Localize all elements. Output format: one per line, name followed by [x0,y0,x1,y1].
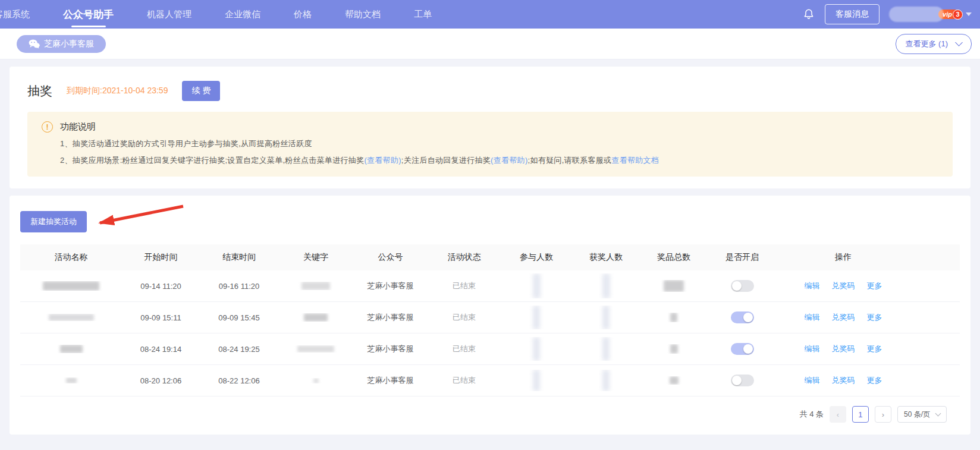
keyword-redacted [297,345,334,353]
toggle-knob [732,281,742,291]
page-title: 抽奖 [27,83,52,99]
current-page-button[interactable]: 1 [852,406,869,423]
activity-table: 活动名称 开始时间 结束时间 关键字 公众号 活动状态 参与人数 获奖人数 奖品… [20,244,960,396]
account-pill-label: 芝麻小事客服 [44,39,94,49]
account-toolbar: 芝麻小事客服 查看更多 (1) [0,29,980,59]
wechat-icon [29,39,40,49]
account-cell: 芝麻小事客服 [353,344,428,354]
start-time-cell: 09-09 15:11 [122,313,200,322]
notice-line-2-text: ;关注后自动回复进行抽奖 [401,156,491,165]
redeem-code-link[interactable]: 兑奖码 [832,375,855,386]
enable-toggle[interactable] [731,311,754,323]
column-header: 公众号 [353,252,428,263]
edit-link[interactable]: 编辑 [805,375,820,386]
column-header: 关键字 [278,252,353,263]
end-time-cell: 09-16 11:20 [200,282,278,291]
start-time-cell: 09-14 11:20 [122,282,200,291]
prize-total-redacted [670,376,679,385]
next-page-button[interactable]: › [875,406,891,423]
help-link-2[interactable]: (查看帮助) [491,156,527,165]
column-header: 活动状态 [428,252,501,263]
new-lottery-activity-button[interactable]: 新建抽奖活动 [20,211,87,232]
activity-name-redacted [43,281,99,291]
account-cell: 芝麻小事客服 [353,375,428,386]
service-message-button[interactable]: 客服消息 [825,4,880,24]
select-caret-icon [935,411,941,417]
chevron-down-icon [955,39,963,46]
keyword-redacted [301,282,330,290]
table-row: 09-09 15:11 09-09 15:45 芝麻小事客服 已结束 编辑 兑奖… [20,302,960,333]
feature-notice-box: ! 功能说明 1、抽奖活动通过奖励的方式引导用户主动参与抽奖,从而提高粉丝活跃度… [27,112,953,177]
column-header: 获奖人数 [572,252,640,263]
column-header: 操作 [777,252,910,263]
winners-redacted [602,337,610,361]
redeem-code-link[interactable]: 兑奖码 [832,312,855,323]
user-menu-caret-icon[interactable] [966,12,972,16]
enable-toggle[interactable] [731,343,754,355]
table-row: 08-20 12:06 08-22 12:06 芝麻小事客服 已结束 编辑 兑奖… [20,365,960,396]
activity-table-card: 新建抽奖活动 活动名称 开始时间 结束时间 关键字 公众号 活动状态 参与人数 … [10,196,970,435]
notice-line-2-text: 2、抽奖应用场景:粉丝通过回复关键字进行抽奖;设置自定义菜单,粉丝点击菜单进行抽… [60,156,364,165]
redeem-code-link[interactable]: 兑奖码 [832,344,855,354]
nav-item-service-system[interactable]: 客服系统 [0,1,30,28]
activity-name-redacted [60,345,83,353]
enable-toggle[interactable] [731,280,754,292]
keyword-redacted [304,313,328,322]
more-link[interactable]: 更多 [867,375,882,386]
toggle-knob [743,344,753,354]
page-size-label: 50 条/页 [904,410,930,420]
nav-item-official-account-assistant[interactable]: 公众号助手 [63,0,114,29]
title-row: 抽奖 到期时间:2021-10-04 23:59 续 费 [27,81,953,101]
user-area[interactable]: vip 3 [889,7,972,22]
nav-item-wecom[interactable]: 企业微信 [225,1,260,28]
participants-redacted [533,337,540,361]
account-cell: 芝麻小事客服 [353,281,428,291]
nav-item-help-docs[interactable]: 帮助文档 [345,1,381,28]
status-cell: 已结束 [428,312,501,323]
nav-item-work-order[interactable]: 工单 [414,1,432,28]
status-cell: 已结束 [428,344,501,354]
info-icon: ! [42,121,53,133]
page-size-select[interactable]: 50 条/页 [897,406,947,423]
column-header: 结束时间 [200,252,278,263]
activity-name-redacted [49,314,94,321]
column-header: 参与人数 [501,252,572,263]
more-link[interactable]: 更多 [867,344,882,354]
view-more-button[interactable]: 查看更多 (1) [896,34,972,54]
start-time-cell: 08-20 12:06 [122,376,200,385]
notice-title: 功能说明 [60,121,96,133]
participants-redacted [533,306,540,329]
nav-item-robot-management[interactable]: 机器人管理 [147,1,191,28]
account-pill[interactable]: 芝麻小事客服 [17,35,106,53]
prize-total-redacted [670,313,677,322]
winners-redacted [602,370,610,391]
lottery-info-card: 抽奖 到期时间:2021-10-04 23:59 续 费 ! 功能说明 1、抽奖… [10,67,970,188]
redeem-code-link[interactable]: 兑奖码 [832,281,855,291]
expire-time-text: 到期时间:2021-10-04 23:59 [67,86,168,96]
edit-link[interactable]: 编辑 [805,312,820,323]
enable-toggle[interactable] [731,375,754,386]
notice-line-2: 2、抽奖应用场景:粉丝通过回复关键字进行抽奖;设置自定义菜单,粉丝点击菜单进行抽… [60,155,938,166]
edit-link[interactable]: 编辑 [805,344,820,354]
edit-link[interactable]: 编辑 [805,281,820,291]
end-time-cell: 09-09 15:45 [200,313,278,322]
more-link[interactable]: 更多 [867,312,882,323]
notification-bell-icon[interactable] [802,8,815,21]
toggle-knob [732,376,742,385]
participants-redacted [533,273,541,298]
top-navbar: 客服系统 公众号助手 机器人管理 企业微信 价格 帮助文档 工单 客服消息 vi… [0,0,980,29]
prev-page-button[interactable]: ‹ [830,406,846,423]
help-link-1[interactable]: (查看帮助) [364,156,401,165]
help-doc-link[interactable]: 查看帮助文档 [611,156,659,165]
end-time-cell: 08-24 19:25 [200,345,278,354]
more-link[interactable]: 更多 [867,281,882,291]
nav-item-pricing[interactable]: 价格 [294,1,312,28]
table-row: 09-14 11:20 09-16 11:20 芝麻小事客服 已结束 编辑 兑奖… [20,270,960,302]
table-row: 08-24 19:14 08-24 19:25 芝麻小事客服 已结束 编辑 兑奖… [20,333,960,365]
activity-name-redacted [66,377,77,383]
renew-button[interactable]: 续 费 [182,81,220,101]
main-content: 抽奖 到期时间:2021-10-04 23:59 续 费 ! 功能说明 1、抽奖… [0,59,980,435]
status-cell: 已结束 [428,375,501,386]
column-header: 是否开启 [708,252,777,263]
notice-line-1: 1、抽奖活动通过奖励的方式引导用户主动参与抽奖,从而提高粉丝活跃度 [60,139,938,149]
